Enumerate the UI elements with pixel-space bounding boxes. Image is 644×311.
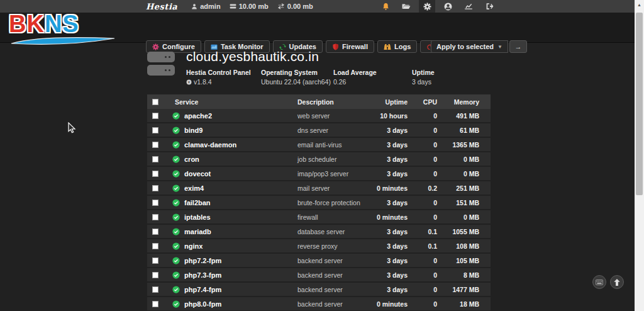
table-row: clamav-daemon email anti-virus 3 days 0 … xyxy=(147,138,491,152)
service-description: firewall xyxy=(297,213,373,221)
gear-icon[interactable] xyxy=(419,0,435,13)
service-uptime: 0 minutes xyxy=(373,213,408,221)
arrow-right-icon: → xyxy=(515,43,522,50)
service-uptime: 3 days xyxy=(373,242,408,250)
service-description: reverse proxy xyxy=(297,242,373,250)
service-description: job scheduler xyxy=(297,156,373,163)
user-stat[interactable]: admin xyxy=(191,3,220,10)
service-name[interactable]: php7.3-fpm xyxy=(184,271,221,279)
service-uptime: 10 hours xyxy=(373,112,408,120)
row-checkbox[interactable] xyxy=(152,272,158,278)
panel-version: v1.8.4 xyxy=(194,78,212,86)
service-name[interactable]: bind9 xyxy=(184,127,203,134)
row-checkbox[interactable] xyxy=(152,185,158,191)
service-memory: 151 MB xyxy=(437,199,479,206)
service-cpu: 0 xyxy=(408,257,437,264)
row-checkbox[interactable] xyxy=(152,286,158,293)
service-cpu: 0 xyxy=(408,156,437,163)
server-summary: cloud.yesbhautik.co.in Hestia Control Pa… xyxy=(147,49,491,86)
row-checkbox[interactable] xyxy=(152,171,158,177)
service-description: backend server xyxy=(297,286,373,293)
scrollbar-up-arrow[interactable]: ▲ xyxy=(635,0,644,9)
table-row: dovecot imap/pop3 server 3 days 0 0 MB xyxy=(147,167,491,181)
keyboard-icon xyxy=(596,280,603,285)
service-name[interactable]: cron xyxy=(184,156,199,163)
service-memory: 18 MB xyxy=(437,300,479,308)
row-checkbox[interactable] xyxy=(152,142,158,148)
server-meta: Hestia Control Panel v v1.8.4 Operating … xyxy=(186,69,435,86)
service-description: dns server xyxy=(297,127,373,134)
scrollbar-thumb[interactable] xyxy=(636,13,643,195)
mouse-cursor xyxy=(68,122,76,134)
service-name[interactable]: php7.2-fpm xyxy=(184,257,221,264)
service-memory: 0 MB xyxy=(437,170,479,178)
service-name[interactable]: exim4 xyxy=(184,184,204,192)
stats-icon[interactable] xyxy=(460,0,477,13)
service-name[interactable]: mariadb xyxy=(184,228,211,235)
service-memory: 0 MB xyxy=(437,213,479,221)
service-memory: 61 MB xyxy=(437,127,479,134)
table-row: iptables firewall 0 minutes 0 0 MB xyxy=(147,210,491,225)
service-name[interactable]: apache2 xyxy=(184,112,212,120)
select-all-checkbox[interactable] xyxy=(152,99,158,105)
table-row: php7.3-fpm backend server 3 days 0 8 MB xyxy=(147,268,491,283)
service-cpu: 0 xyxy=(408,170,437,178)
table-row: mariadb database server 3 days 0.1 1055 … xyxy=(147,225,491,239)
service-description: web server xyxy=(297,112,373,120)
bandwidth-label: 0.00 mb xyxy=(287,3,313,10)
bell-icon[interactable] xyxy=(377,0,394,13)
service-name[interactable]: clamav-daemon xyxy=(184,141,236,149)
service-name[interactable]: fail2ban xyxy=(184,199,211,206)
user-icon[interactable] xyxy=(440,0,456,13)
username-label: admin xyxy=(200,3,220,10)
os-info: Operating System Ubuntu 22.04 (aarch64) xyxy=(261,69,333,86)
service-description: mail server xyxy=(297,184,373,192)
service-name[interactable]: dovecot xyxy=(184,170,211,178)
service-description: email anti-virus xyxy=(297,141,373,149)
bkns-logo[interactable]: BKNS xyxy=(9,11,122,48)
service-memory: 108 MB xyxy=(437,242,479,250)
service-memory: 105 MB xyxy=(437,257,479,264)
scrollbar[interactable]: ▲ xyxy=(635,0,644,311)
topbar-stats: admin 10.00 mb 0.00 mb xyxy=(191,3,313,10)
service-name[interactable]: nginx xyxy=(184,242,203,250)
uptime-label: Uptime xyxy=(412,69,435,76)
hestia-logo[interactable]: Hestia xyxy=(146,2,177,11)
transfer-arrows-icon xyxy=(277,3,285,9)
row-checkbox[interactable] xyxy=(152,113,158,119)
row-checkbox[interactable] xyxy=(152,243,158,249)
service-uptime: 0 minutes xyxy=(373,300,408,308)
panel-label: Hestia Control Panel xyxy=(186,69,261,76)
table-header: Service Description Uptime CPU Memory xyxy=(147,94,491,109)
folder-icon[interactable] xyxy=(398,0,414,13)
service-description: database server xyxy=(297,228,373,235)
row-checkbox[interactable] xyxy=(152,156,158,162)
os-value: Ubuntu 22.04 (aarch64) xyxy=(261,78,333,86)
service-memory: 1365 MB xyxy=(437,141,479,149)
service-name[interactable]: php7.4-fpm xyxy=(184,286,221,293)
row-checkbox[interactable] xyxy=(152,214,158,220)
uptime-info: Uptime 3 days xyxy=(412,69,435,86)
logout-icon[interactable] xyxy=(481,0,497,13)
table-row: php7.2-fpm backend server 3 days 0 105 M… xyxy=(147,254,491,268)
row-checkbox[interactable] xyxy=(152,301,158,307)
row-checkbox[interactable] xyxy=(152,200,158,206)
row-checkbox[interactable] xyxy=(152,229,158,235)
service-name[interactable]: iptables xyxy=(184,213,211,221)
back-to-top-button[interactable] xyxy=(610,275,624,289)
service-memory: 1477 MB xyxy=(437,286,479,293)
service-description: brute-force protection xyxy=(297,199,373,206)
status-running-icon xyxy=(172,257,180,264)
status-running-icon xyxy=(172,286,180,293)
row-checkbox[interactable] xyxy=(152,257,158,264)
service-cpu: 0 xyxy=(408,286,437,293)
service-name[interactable]: php8.0-fpm xyxy=(184,300,221,308)
service-description: backend server xyxy=(297,257,373,264)
status-running-icon xyxy=(172,199,180,206)
shortcuts-button[interactable] xyxy=(592,275,606,289)
status-running-icon xyxy=(172,156,180,163)
floating-buttons xyxy=(592,275,624,289)
bkns-logo-left: BK xyxy=(9,11,45,37)
apply-go-button[interactable]: → xyxy=(509,40,527,53)
row-checkbox[interactable] xyxy=(152,127,158,133)
